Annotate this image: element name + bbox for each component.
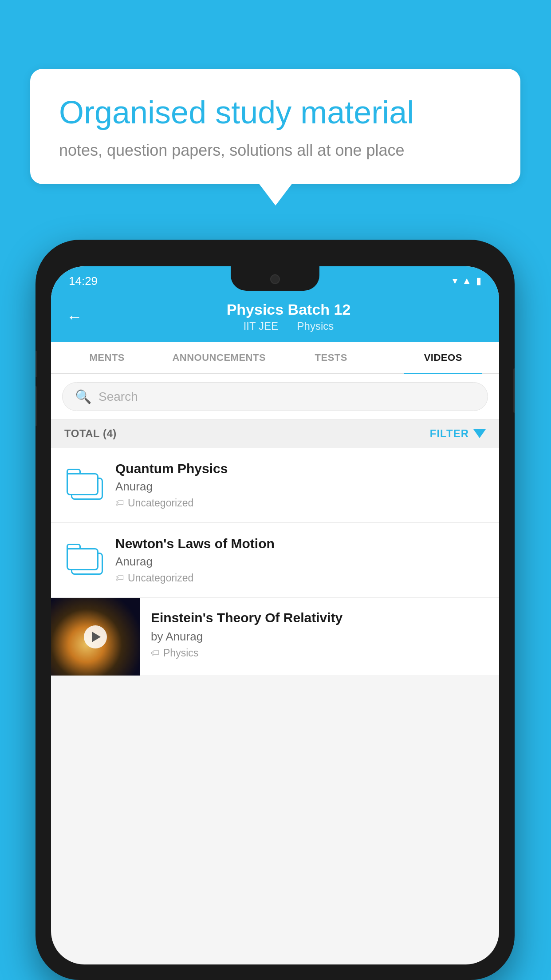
search-icon: 🔍 <box>75 389 91 404</box>
signal-icon: ▲ <box>462 275 472 287</box>
video-title-1: Quantum Physics <box>115 461 486 476</box>
volume-up-button[interactable] <box>35 351 37 377</box>
back-button[interactable]: ← <box>67 308 83 326</box>
tag-icon-1: 🏷 <box>115 498 124 508</box>
tab-ments[interactable]: MENTS <box>51 342 163 373</box>
notch <box>231 266 319 291</box>
search-bar-wrap: 🔍 Search <box>51 374 499 419</box>
search-input[interactable]: Search <box>98 390 138 404</box>
tab-bar: MENTS ANNOUNCEMENTS TESTS VIDEOS <box>51 342 499 374</box>
video-icon-wrap-1 <box>64 469 104 502</box>
play-triangle-3 <box>92 632 101 642</box>
video-title-2: Newton's Laws of Motion <box>115 536 486 551</box>
header-subtitle2: Physics <box>297 320 334 332</box>
app-header: ← Physics Batch 12 IIT JEE Physics <box>51 292 499 342</box>
filter-icon <box>473 429 486 438</box>
header-title: Physics Batch 12 <box>94 301 484 318</box>
folder-icon-1 <box>67 469 102 502</box>
tab-announcements[interactable]: ANNOUNCEMENTS <box>163 342 276 373</box>
wifi-icon: ▾ <box>453 275 457 287</box>
video-tag-label-2: Uncategorized <box>128 572 193 584</box>
video-tag-label-1: Uncategorized <box>128 497 193 509</box>
bubble-title: Organised study material <box>59 93 492 131</box>
header-subtitle1: IIT JEE <box>244 320 278 332</box>
folder-icon-2 <box>67 544 102 577</box>
play-button-3[interactable] <box>84 625 107 648</box>
video-tag-1: 🏷 Uncategorized <box>115 497 486 509</box>
front-camera <box>270 274 280 284</box>
header-subtitle: IIT JEE Physics <box>94 320 484 332</box>
video-info-3: Einstein's Theory Of Relativity by Anura… <box>140 598 499 672</box>
video-item-3[interactable]: Einstein's Theory Of Relativity by Anura… <box>51 598 499 676</box>
video-info-2: Newton's Laws of Motion Anurag 🏷 Uncateg… <box>115 536 486 584</box>
phone-frame: 14:29 ▾ ▲ ▮ ← Physics Batch 12 IIT JEE P… <box>35 240 515 980</box>
power-button[interactable] <box>513 368 515 413</box>
status-time: 14:29 <box>69 274 98 288</box>
tab-tests[interactable]: TESTS <box>275 342 387 373</box>
volume-down-button[interactable] <box>35 386 37 426</box>
bubble-subtitle: notes, question papers, solutions all at… <box>59 141 492 160</box>
video-author-3: by Anurag <box>151 630 488 644</box>
folder-front-1 <box>67 469 98 495</box>
video-thumbnail-3 <box>51 598 140 676</box>
header-title-block: Physics Batch 12 IIT JEE Physics <box>94 301 484 332</box>
filter-label: FILTER <box>430 427 469 440</box>
video-author-2: Anurag <box>115 555 486 569</box>
search-bar[interactable]: 🔍 Search <box>62 382 488 411</box>
video-tag-2: 🏷 Uncategorized <box>115 572 486 584</box>
phone-screen: 14:29 ▾ ▲ ▮ ← Physics Batch 12 IIT JEE P… <box>51 266 499 964</box>
speech-bubble: Organised study material notes, question… <box>30 69 520 184</box>
video-item-1[interactable]: Quantum Physics Anurag 🏷 Uncategorized <box>51 448 499 523</box>
video-icon-wrap-2 <box>64 544 104 577</box>
video-tag-3: 🏷 Physics <box>151 647 488 659</box>
tag-icon-3: 🏷 <box>151 648 160 658</box>
video-tag-label-3: Physics <box>163 647 198 659</box>
video-author-1: Anurag <box>115 480 486 494</box>
tab-videos[interactable]: VIDEOS <box>387 342 500 373</box>
tag-icon-2: 🏷 <box>115 573 124 583</box>
status-icons: ▾ ▲ ▮ <box>453 275 481 287</box>
filter-row: TOTAL (4) FILTER <box>51 419 499 448</box>
video-list: Quantum Physics Anurag 🏷 Uncategorized <box>51 448 499 676</box>
video-item-2[interactable]: Newton's Laws of Motion Anurag 🏷 Uncateg… <box>51 523 499 598</box>
video-title-3: Einstein's Theory Of Relativity <box>151 610 488 625</box>
folder-front-2 <box>67 544 98 570</box>
video-info-1: Quantum Physics Anurag 🏷 Uncategorized <box>115 461 486 509</box>
filter-button[interactable]: FILTER <box>430 427 486 440</box>
total-label: TOTAL (4) <box>64 427 117 440</box>
battery-icon: ▮ <box>476 275 481 287</box>
